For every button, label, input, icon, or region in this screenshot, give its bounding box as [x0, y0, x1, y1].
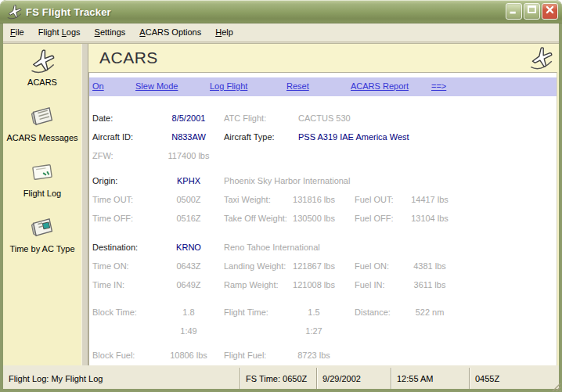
flight-data-row: Time OUT:0500ZTaxi Weight:131816 lbsFuel…	[89, 190, 557, 209]
field-label: Origin:	[92, 171, 117, 190]
field-label: Take Off Weight:	[224, 209, 287, 228]
window-controls	[506, 3, 558, 20]
field-value: 1.5	[283, 303, 345, 322]
close-button[interactable]	[542, 3, 558, 20]
field-value: 1:49	[138, 322, 240, 340]
window-title: FS Flight Tracker	[26, 6, 111, 18]
field-value: 4381 lbs	[398, 257, 461, 275]
field-value: 121867 lbs	[283, 257, 345, 275]
status-panel-5: 0455Z	[470, 368, 549, 389]
field-label: Landing Weight:	[224, 257, 286, 275]
field-label: Time OUT:	[92, 190, 133, 209]
field-label: ZFW:	[92, 146, 113, 165]
flight-data-row: Date:8/5/2001ATC Flight:CACTUS 530	[89, 109, 557, 128]
status-panel-4: 12:55 AM	[391, 368, 470, 389]
field-label: Taxi Weight:	[224, 190, 271, 209]
field-label: Block Fuel:	[92, 346, 135, 365]
flight-data-row: Block Time:1.8Flight Time:1.5Distance:52…	[89, 303, 557, 322]
status-panel-1: Flight Log: My Flight Log	[3, 368, 240, 389]
toolbar-link-on[interactable]: On	[92, 81, 104, 91]
airplane-icon	[5, 3, 23, 20]
field-label: Distance:	[355, 303, 391, 322]
menu-bar: FileFlight LogsSettingsACARS OptionsHelp	[3, 23, 559, 40]
field-label: Block Time:	[92, 303, 137, 322]
toolbar-link-reset[interactable]: Reset	[286, 81, 309, 91]
flight-data-row: Aircraft ID:N833AWAircraft Type:PSS A319…	[89, 128, 557, 146]
field-label: Fuel OUT:	[355, 190, 394, 209]
flight-data-row: Origin:KPHXPhoenix Sky Harbor Internatio…	[89, 171, 557, 190]
flight-data-row: 1:491:27	[89, 322, 557, 340]
letter-icon	[28, 158, 56, 186]
toolbar-link-acars-report[interactable]: ACARS Report	[351, 81, 409, 91]
flight-data-row: Time ON:0643ZLanding Weight:121867 lbsFu…	[89, 257, 557, 275]
field-value: 1:27	[283, 322, 345, 340]
toolbar-link-log-flight[interactable]: Log Flight	[210, 81, 247, 91]
menu-item-help[interactable]: Help	[208, 26, 240, 38]
field-label: ATC Flight:	[224, 109, 266, 128]
sidebar-item-acars-messages[interactable]: ACARS Messages	[3, 102, 81, 142]
field-label: Fuel ON:	[355, 257, 389, 275]
field-value: CACTUS 530	[298, 109, 351, 128]
flight-data-row: Time OFF:0516ZTake Off Weight:130500 lbs…	[89, 209, 557, 228]
app-window: FS Flight Tracker FileFlight LogsSetting…	[0, 0, 562, 392]
field-label: Flight Time:	[224, 303, 268, 322]
status-panel-3: 9/29/2002	[317, 368, 391, 389]
flight-data-row: Destination:KRNOReno Tahoe International	[89, 238, 557, 257]
field-label: Aircraft Type:	[224, 128, 275, 146]
field-label: Date:	[92, 109, 113, 128]
toolbar-link-[interactable]: ==>	[431, 81, 446, 91]
field-label: Time ON:	[92, 257, 129, 275]
flight-data-row: Block Fuel:10806 lbsFlight Fuel:8723 lbs	[89, 346, 557, 365]
field-label: Ramp Weight:	[224, 275, 279, 294]
sidebar-item-label: ACARS Messages	[3, 133, 81, 142]
field-label: Fuel OFF:	[355, 209, 394, 228]
vertical-splitter[interactable]	[81, 44, 88, 365]
field-value: 14417 lbs	[398, 190, 461, 209]
sidebar-item-flight-log[interactable]: Flight Log	[3, 158, 81, 198]
sidebar-item-label: Flight Log	[3, 189, 81, 198]
side-bar: ACARSACARS MessagesFlight LogTime by AC …	[3, 44, 81, 365]
sidebar-item-label: ACARS	[3, 77, 81, 87]
flight-data-row: Time IN:0649ZRamp Weight:121008 lbsFuel …	[89, 275, 557, 294]
minimize-icon	[506, 2, 521, 20]
sidebar-item-acars[interactable]: ACARS	[3, 47, 81, 87]
page-header: ACARS	[88, 44, 559, 72]
sidebar-item-label: Time by AC Type	[3, 244, 81, 254]
field-label: Time OFF:	[92, 209, 133, 228]
newspaper-icon	[28, 102, 56, 131]
field-label: Time IN:	[92, 275, 124, 294]
minimize-button[interactable]	[506, 3, 522, 20]
menu-item-acars-options[interactable]: ACARS Options	[132, 26, 208, 38]
title-bar[interactable]: FS Flight Tracker	[0, 0, 562, 23]
field-value: 3611 lbs	[398, 275, 461, 294]
airplane-icon	[28, 47, 56, 75]
close-icon	[542, 2, 557, 20]
menu-item-file[interactable]: File	[3, 26, 31, 38]
acars-toolbar: OnSlew ModeLog FlightResetACARS Report==…	[89, 77, 557, 96]
maximize-icon	[524, 2, 539, 20]
field-value: 131816 lbs	[283, 190, 345, 209]
client-area: ACARSACARS MessagesFlight LogTime by AC …	[3, 40, 559, 365]
field-label: Flight Fuel:	[224, 346, 266, 365]
field-value: 117400 lbs	[138, 146, 240, 165]
field-value[interactable]: PSS A319 IAE America West	[298, 128, 409, 146]
field-value: 13104 lbs	[398, 209, 461, 228]
menu-item-flight-logs[interactable]: Flight Logs	[31, 26, 88, 38]
status-bar: Flight Log: My Flight LogFS Time: 0650Z9…	[3, 365, 559, 389]
sidebar-item-time-by-ac-type[interactable]: Time by AC Type	[3, 214, 81, 254]
flight-data: Date:8/5/2001ATC Flight:CACTUS 530Aircra…	[89, 96, 557, 365]
flight-data-row: ZFW:117400 lbs	[89, 146, 557, 165]
toolbar-link-slew-mode[interactable]: Slew Mode	[135, 81, 178, 91]
field-value: 130500 lbs	[283, 209, 345, 228]
field-value: Phoenix Sky Harbor International	[224, 171, 350, 190]
resize-grip-icon[interactable]	[551, 381, 561, 391]
field-value: 121008 lbs	[283, 275, 345, 294]
status-panel-2: FS Time: 0650Z	[240, 368, 317, 389]
menu-item-settings[interactable]: Settings	[88, 26, 133, 38]
page-title: ACARS	[88, 49, 158, 67]
acars-panel: OnSlew ModeLog FlightResetACARS Report==…	[88, 72, 557, 365]
maximize-button[interactable]	[524, 3, 540, 20]
field-value: 522 nm	[398, 303, 461, 322]
report-icon	[28, 214, 56, 242]
field-label: Fuel IN:	[355, 275, 385, 294]
